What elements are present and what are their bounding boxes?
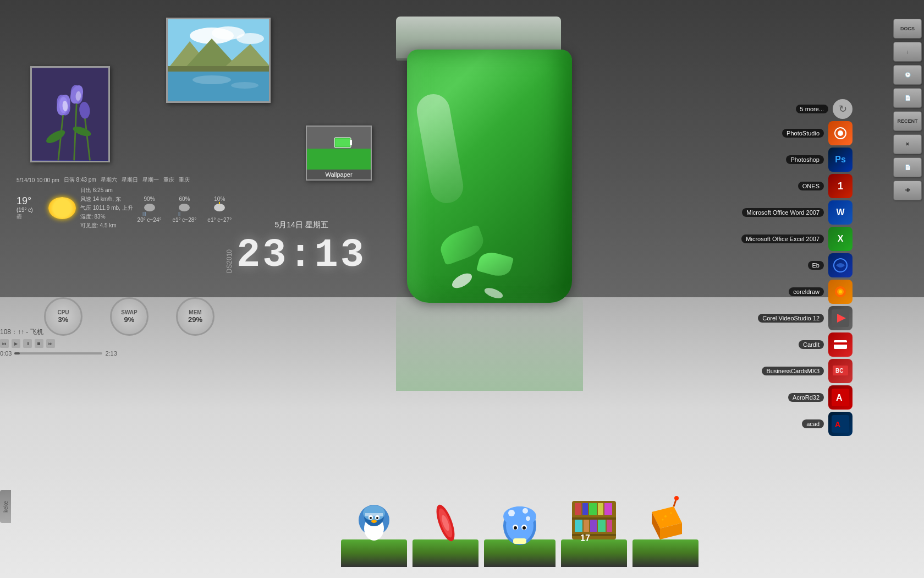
flower-photo-widget[interactable]	[30, 66, 110, 162]
app-msexcel[interactable]: Microsoft Office Excel 2007 X	[741, 227, 853, 251]
weather-wind: 风速 14 km/h, 东	[80, 195, 133, 204]
close-button[interactable]: ✕	[893, 134, 922, 154]
docs-label: DOCS	[900, 26, 915, 31]
app-photostudio[interactable]: PhotoStudio	[782, 121, 853, 145]
svg-rect-87	[598, 520, 606, 532]
weather-location2: 重庆	[179, 176, 190, 184]
svg-rect-85	[584, 520, 589, 532]
app-corelvideo-label: Corel VideoStudio 12	[758, 314, 824, 323]
dock-item-rocket[interactable]	[413, 501, 479, 567]
app-photostudio-label: PhotoStudio	[782, 129, 824, 138]
forecast-day-2: 60% || e1° c~28°	[172, 196, 196, 223]
app-acrobat[interactable]: AcroRd32 A	[788, 385, 853, 410]
weather-temp-current: 19°	[16, 195, 44, 207]
svg-point-96	[670, 512, 672, 514]
svg-point-59	[370, 517, 372, 519]
app-ones-icon: 1	[828, 174, 853, 198]
svg-point-61	[371, 520, 377, 523]
docs-button[interactable]: DOCS	[893, 19, 922, 39]
svg-point-22	[193, 75, 231, 84]
svg-point-67	[503, 506, 536, 526]
play-button[interactable]: ▶	[12, 339, 20, 348]
jar-reflection	[396, 281, 583, 391]
wallpaper-widget[interactable]: Wallpaper	[306, 126, 372, 181]
jar-leaf2	[476, 249, 514, 279]
weather-sunset: 日落 8:43 pm	[64, 176, 96, 184]
music-player: 108：↑↑ - 飞机 ⏮ ▶ ⏸ ⏹ ⏭ 0:03 2:13	[0, 328, 165, 357]
app-eb-label: Eb	[808, 261, 824, 270]
weather-temp-night: (19° c)	[16, 207, 44, 213]
app-acad-label: acad	[802, 419, 824, 428]
weather-day1: 星期六	[101, 176, 117, 184]
lake-photo-widget[interactable]	[166, 18, 271, 103]
app-corelvideo[interactable]: Corel VideoStudio 12	[758, 306, 853, 330]
app-cardit-label: CardIt	[799, 340, 824, 349]
weather-condition: 霾	[16, 213, 44, 221]
clock-button[interactable]: 🕐	[893, 65, 922, 85]
app-msexcel-label: Microsoft Office Excel 2007	[741, 235, 824, 243]
weather-sun-icon	[48, 197, 76, 219]
app-coreldraw[interactable]: coreldraw	[789, 280, 853, 304]
weather-sunrise: 日出 6:25 am	[80, 186, 133, 195]
svg-point-30	[144, 204, 155, 211]
right-sidebar: DOCS ↓ 🕐 📄 RECENT ✕ 📄 👁	[891, 17, 924, 203]
app-businesscards[interactable]: BusinessCardsMX3 BC	[762, 359, 853, 383]
document-button[interactable]: 📄	[893, 88, 922, 108]
app-msword-icon: W	[828, 200, 853, 225]
weather-datetime: 5/14/10 10:00 pm	[16, 177, 59, 183]
dock-item-penguin[interactable]	[341, 501, 407, 567]
more-apps-item[interactable]: 5 more... ↻	[796, 99, 853, 119]
svg-text:BC: BC	[835, 368, 843, 374]
keke-tab[interactable]: keke	[0, 490, 11, 523]
progress-bar[interactable]	[14, 352, 102, 355]
clock-icon: 🕐	[905, 72, 911, 78]
wallpaper-preview	[307, 127, 371, 170]
dock-item-orange[interactable]	[632, 495, 698, 567]
next-button[interactable]: ⏭	[46, 339, 55, 348]
app-ones-label: ONES	[798, 182, 824, 190]
download-button[interactable]: ↓	[893, 42, 922, 62]
svg-point-94	[674, 496, 679, 500]
svg-rect-26	[307, 149, 371, 170]
more-label: 5 more...	[796, 105, 828, 113]
app-msword[interactable]: Microsoft Office Word 2007 W	[742, 200, 853, 225]
clock-time: 23:13	[237, 233, 366, 278]
svg-point-95	[664, 515, 667, 517]
svg-rect-56	[365, 513, 383, 516]
document-icon: 📄	[905, 95, 911, 101]
app-eb[interactable]: Eb	[808, 253, 853, 277]
weather-visibility: 可见度: 4.5 km	[80, 221, 133, 230]
file-button[interactable]: 📄	[893, 157, 922, 177]
app-photoshop-label: Photoshop	[786, 155, 824, 164]
app-acad[interactable]: acad A	[802, 412, 853, 436]
recent-label: RECENT	[897, 118, 917, 124]
app-eb-icon	[828, 253, 853, 277]
dock-item-mushroom[interactable]	[484, 501, 556, 567]
weather-day3: 星期一	[142, 176, 159, 184]
stop-button[interactable]: ⏹	[35, 339, 43, 348]
recent-button[interactable]: RECENT	[893, 111, 922, 131]
app-msexcel-icon: X	[828, 227, 853, 251]
app-ones[interactable]: ONES 1	[798, 174, 853, 198]
green-jar	[396, 17, 583, 325]
svg-rect-45	[834, 342, 847, 345]
svg-rect-29	[336, 139, 350, 146]
svg-point-34	[214, 204, 225, 211]
view-button[interactable]: 👁	[893, 181, 922, 200]
wallpaper-label: Wallpaper	[307, 170, 371, 179]
jar-body	[407, 50, 572, 303]
weather-widget: 5/14/10 10:00 pm 日落 8:43 pm 星期六 星期日 星期一 …	[16, 176, 248, 230]
swap-label: SWAP	[121, 309, 137, 315]
weather-humidity: 湿度: 83%	[80, 212, 133, 221]
more-arrow-button[interactable]: ↻	[833, 99, 853, 119]
svg-rect-82	[598, 503, 603, 515]
prev-button[interactable]: ⏮	[0, 339, 9, 348]
svg-text:A: A	[836, 393, 843, 402]
svg-text:|||: |||	[142, 211, 146, 216]
app-photoshop[interactable]: Photoshop Ps	[786, 148, 853, 172]
pause-button[interactable]: ⏸	[23, 339, 32, 348]
app-acrobat-label: AcroRd32	[788, 393, 824, 402]
dock-item-calendar[interactable]: 17	[561, 495, 627, 567]
app-cardit[interactable]: CardIt	[799, 332, 853, 357]
mem-monitor: MEM 29%	[176, 297, 215, 336]
